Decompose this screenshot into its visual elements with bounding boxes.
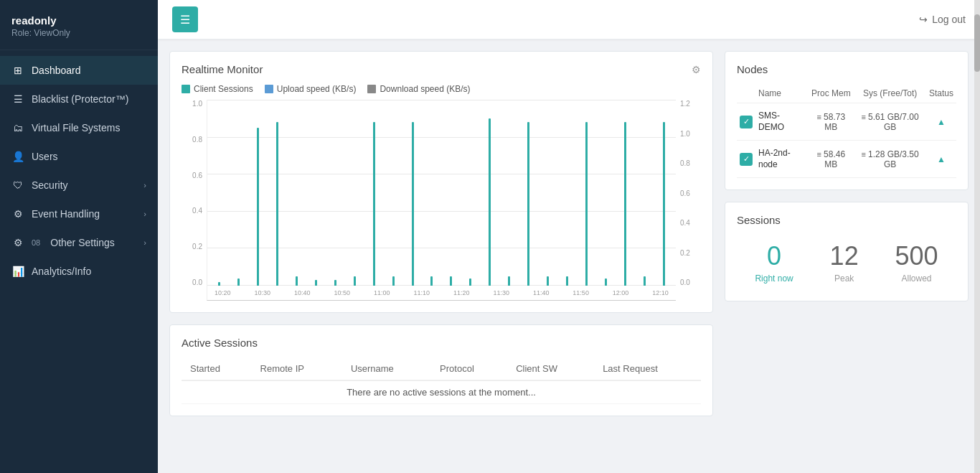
- main-area: ☰ ↪ Log out Realtime Monitor ⚙ Client Se…: [158, 0, 980, 473]
- hamburger-button[interactable]: ☰: [172, 6, 198, 32]
- node-row-ha: ✓ HA-2nd-node: [740, 148, 805, 170]
- nodes-table: Name Proc Mem Sys (Free/Tot) Status ✓ SM…: [737, 84, 956, 178]
- security-icon: 🛡: [11, 179, 24, 191]
- legend-label-upload: Upload speed (KB/s): [277, 84, 357, 94]
- legend-upload: Upload speed (KB/s): [265, 84, 357, 94]
- bar-group: [307, 100, 325, 286]
- chart-bar: [373, 122, 375, 286]
- bar-group: [578, 100, 595, 286]
- node-checkbox-sms[interactable]: ✓: [740, 116, 753, 128]
- monitor-card-title: Realtime Monitor ⚙: [182, 63, 701, 75]
- bar-group: [636, 100, 654, 286]
- chart-bar: [450, 276, 452, 286]
- bar-group: [481, 100, 499, 286]
- col-username: Username: [342, 357, 431, 380]
- bar-group: [404, 100, 422, 286]
- legend-download: Download speed (KB/s): [367, 84, 470, 94]
- bar-group: [558, 100, 576, 286]
- col-protocol: Protocol: [431, 357, 507, 380]
- sessions-title: Sessions: [737, 214, 956, 226]
- stat-value-right-now: 0: [755, 243, 793, 269]
- vfs-icon: 🗂: [11, 122, 24, 134]
- chart-bar: [566, 276, 568, 286]
- sidebar-item-dashboard[interactable]: ⊞ Dashboard: [0, 56, 158, 85]
- sidebar-item-vfs[interactable]: 🗂 Virtual File Systems: [0, 113, 158, 142]
- chart-bar: [412, 122, 414, 286]
- sidebar-item-event-handling[interactable]: ⚙ Event Handling ›: [0, 200, 158, 228]
- bar-group: [616, 100, 634, 286]
- x-label: 10:40: [294, 289, 311, 296]
- sidebar-item-label: Users: [32, 151, 146, 162]
- node-proc-mem-sms: ≡ 58.73 MB: [808, 103, 854, 141]
- chart-bar: [547, 276, 549, 286]
- x-label: 11:40: [533, 289, 550, 296]
- bar-group: [655, 100, 673, 286]
- bar-group: [461, 100, 479, 286]
- monitor-card: Realtime Monitor ⚙ Client Sessions Uploa…: [169, 51, 713, 313]
- bar-group: [539, 100, 557, 286]
- x-label: 11:50: [573, 289, 589, 296]
- bar-group: [288, 100, 306, 286]
- node-expand-sms[interactable]: ▲: [937, 117, 946, 127]
- sidebar-item-other-settings[interactable]: ⚙ 08 Other Settings ›: [0, 228, 158, 257]
- sessions-table-header: Started Remote IP Username Protocol Clie…: [182, 357, 701, 380]
- sidebar-item-security[interactable]: 🛡 Security ›: [0, 171, 158, 200]
- sidebar-username: readonly: [11, 14, 146, 27]
- stat-right-now: 0 Right now: [755, 243, 793, 284]
- monitor-settings-icon[interactable]: ⚙: [692, 64, 701, 75]
- node-sys-mem-sms: ≡ 5.61 GB/7.00 GB: [854, 103, 926, 141]
- legend-label-sessions: Client Sessions: [194, 84, 253, 94]
- legend-dot-upload: [265, 85, 273, 93]
- active-sessions-title: Active Sessions: [182, 337, 701, 349]
- no-sessions-row: There are no active sessions at the mome…: [182, 380, 701, 404]
- col-sys-mem: Sys (Free/Tot): [854, 84, 926, 103]
- sidebar-item-analytics[interactable]: 📊 Analytics/Info: [0, 257, 158, 286]
- nodes-table-header: Name Proc Mem Sys (Free/Tot) Status: [737, 84, 956, 103]
- chart-bar: [237, 278, 240, 286]
- stat-label-right-now: Right now: [755, 273, 793, 284]
- bar-group: [268, 100, 286, 286]
- node-expand-ha[interactable]: ▲: [937, 154, 946, 164]
- sidebar: readonly Role: ViewOnly ⊞ Dashboard ☰ Bl…: [0, 0, 158, 473]
- settings-arrow: ›: [143, 238, 146, 247]
- bar-group: [365, 100, 383, 286]
- chart-bar: [296, 276, 298, 286]
- sidebar-item-label: Blacklist (Protector™): [32, 93, 146, 105]
- chart-bar: [489, 118, 491, 286]
- bar-group: [346, 100, 364, 286]
- col-started: Started: [182, 357, 252, 380]
- logout-button[interactable]: ↪ Log out: [919, 14, 966, 25]
- bar-group: [326, 100, 344, 286]
- event-arrow: ›: [143, 210, 146, 218]
- hamburger-icon: ☰: [180, 13, 190, 27]
- node-status-sms: ▲: [926, 103, 956, 141]
- stat-label-peak: Peak: [830, 273, 859, 284]
- sidebar-item-blacklist[interactable]: ☰ Blacklist (Protector™): [0, 85, 158, 113]
- event-icon: ⚙: [11, 208, 24, 220]
- node-status-ha: ▲: [926, 141, 956, 178]
- sidebar-item-users[interactable]: 👤 Users: [0, 142, 158, 171]
- blacklist-icon: ☰: [11, 93, 24, 105]
- scrollbar-thumb[interactable]: [974, 14, 980, 72]
- chart-bar: [644, 276, 646, 286]
- legend-client-sessions: Client Sessions: [182, 84, 253, 94]
- chart-bar: [605, 278, 607, 286]
- monitor-title-text: Realtime Monitor: [182, 63, 263, 75]
- col-status: Status: [926, 84, 956, 103]
- settings-icon: ⚙: [11, 237, 24, 248]
- sidebar-item-label: Virtual File Systems: [32, 122, 146, 134]
- dashboard-icon: ⊞: [11, 65, 24, 76]
- mem-icon-ha: ≡: [817, 150, 824, 159]
- sidebar-item-label: Other Settings: [50, 237, 136, 248]
- scrollbar-track[interactable]: [974, 0, 980, 473]
- content-area: Realtime Monitor ⚙ Client Sessions Uploa…: [158, 39, 980, 473]
- bar-group: [519, 100, 537, 286]
- node-checkbox-ha[interactable]: ✓: [740, 153, 753, 166]
- sys-mem-icon-ha: ≡: [861, 150, 867, 159]
- sys-mem-icon-sms: ≡: [861, 113, 867, 121]
- legend-dot-sessions: [182, 85, 190, 93]
- col-name: Name: [737, 84, 808, 103]
- sidebar-user: readonly Role: ViewOnly: [0, 0, 158, 50]
- chart-bar: [334, 280, 336, 286]
- table-row: ✓ SMS-DEMO ≡ 58.73 MB ≡ 5.61 GB/7.00 GB: [737, 103, 956, 141]
